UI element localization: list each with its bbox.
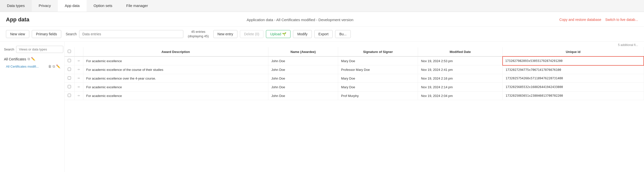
row-signature: Professor Mary Doe [338,65,418,74]
sidebar-section-title: All Certificates ⧉ ✏️ [4,57,60,61]
row-edit-cell[interactable]: ✏ [74,56,83,65]
tab-data-types[interactable]: Data types [0,0,32,12]
row-unique-id: 1732025083651x238046013700702200 [502,91,644,100]
copy-sub-icon[interactable]: ⧉ [52,64,55,69]
row-signature: Mary Doe [338,83,418,91]
row-checkbox[interactable] [68,76,71,80]
primary-fields-button[interactable]: Primary fields [32,30,61,38]
col-header-award: Award Description [83,47,268,56]
row-unique-id: 1732025685532x168826441942433800 [502,83,644,91]
switch-live-link[interactable]: Switch to live datab... [605,18,638,22]
row-name: John Doe [268,56,338,65]
bulk-button[interactable]: Bu... [335,30,351,38]
sidebar-search-row: Search [4,46,60,53]
row-edit-cell[interactable]: ✏ [74,74,83,83]
col-header-checkbox [64,47,74,56]
table-row: ✏ For academic excellence John Doe Mary … [64,56,644,65]
sidebar-search-input[interactable] [16,46,63,53]
sidebar-sub-icons: 🗑 ⧉ ✏️ [48,64,60,69]
row-modified-date: Nov 19, 2024 2:16 pm [418,74,502,83]
table-row: ✏ For academic excellence over the 4-yea… [64,74,644,83]
new-entry-button[interactable]: New entry [213,30,238,38]
row-award: For academic excellence [83,83,268,91]
row-edit-cell[interactable]: ✏ [74,83,83,91]
select-all-checkbox[interactable] [68,50,71,53]
export-button[interactable]: Export [314,30,333,38]
new-view-button[interactable]: New view [6,30,29,38]
row-modified-date: Nov 19, 2024 2:14 pm [418,83,502,91]
top-tabs: Data typesPrivacyApp dataOption setsFile… [0,0,644,12]
row-award: For academic excellence [83,56,268,65]
row-award: For academic excellence of the course of… [83,65,268,74]
data-table: Award Description Name (Awardee) Signatu… [64,47,644,100]
page-header: App data Application data - All Certific… [0,12,644,27]
row-unique-id: 1732027294775x70671417876676100 [502,65,644,74]
row-name: John Doe [268,91,338,100]
upload-button[interactable]: Upload 🌱 [266,30,290,38]
tab-option-sets[interactable]: Option sets [86,0,119,12]
row-modified-date: Nov 19, 2024 2:04 pm [418,91,502,100]
row-edit-cell[interactable]: ✏ [74,65,83,74]
sidebar-search-label: Search [4,48,14,51]
page-title: App data [6,17,41,23]
header-actions: Copy and restore database Switch to live… [560,18,638,22]
sidebar-section-icons: ⧉ ✏️ [28,57,35,61]
page-subtitle: Application data - All Certificates modi… [41,18,560,22]
table-row: ✏ For academic excellence John Doe Mary … [64,83,644,91]
row-name: John Doe [268,83,338,91]
row-checkbox[interactable] [68,59,71,62]
row-name: John Doe [268,74,338,83]
col-header-edit [74,47,83,56]
row-modified-date: Nov 19, 2024 2:53 pm [418,56,502,65]
row-modified-date: Nov 19, 2024 2:41 pm [418,65,502,74]
copy-icon[interactable]: ⧉ [28,57,30,61]
row-checkbox-cell [64,65,74,74]
main-content: Search All Certificates ⧉ ✏️ All Certifi… [0,42,644,172]
row-edit-cell[interactable]: ✏ [74,91,83,100]
col-header-name: Name (Awardee) [268,47,338,56]
edit-sub-icon[interactable]: ✏️ [56,64,60,69]
row-checkbox-cell [64,56,74,65]
toolbar: New view Primary fields Search 45 entrie… [0,27,644,42]
copy-restore-link[interactable]: Copy and restore database [560,18,601,22]
tab-privacy[interactable]: Privacy [32,0,58,12]
table-header-row: Award Description Name (Awardee) Signatu… [64,47,644,56]
row-checkbox[interactable] [68,85,71,88]
search-input[interactable] [79,30,183,38]
additional-fields-note: 5 additional fi... [64,42,644,47]
entries-count: 45 entries (displaying 45) [188,30,209,39]
col-header-uniqueid: Unique id [502,47,644,56]
row-signature: Mary Doe [338,56,418,65]
trash-icon[interactable]: 🗑 [48,64,52,69]
tab-file-manager[interactable]: File manager [119,0,155,12]
edit-section-icon[interactable]: ✏️ [31,57,35,61]
row-unique-id: 1732025754268x571189476220731400 [502,74,644,83]
search-label: Search [66,32,77,36]
tab-app-data[interactable]: App data [58,0,86,12]
row-name: John Doe [268,65,338,74]
row-signature: Prof Murphy [338,91,418,100]
sidebar: Search All Certificates ⧉ ✏️ All Certifi… [0,42,64,172]
table-area: 5 additional fi... Award Description Nam… [64,42,644,172]
row-checkbox-cell [64,91,74,100]
row-signature: Mary Doe [338,74,418,83]
row-checkbox[interactable] [68,68,71,71]
table-row: ✏ For academic excellence of the course … [64,65,644,74]
col-header-signature: Signature of Signer [338,47,418,56]
delete-button[interactable]: Delete (0) [240,30,264,38]
row-award: For academic excellence over the 4-year … [83,74,268,83]
modify-button[interactable]: Modify [293,30,312,38]
table-row: ✏ For academic excellence John Doe Prof … [64,91,644,100]
row-award: For academic excellence [83,91,268,100]
row-unique-id: 1732027982893x530551792874291200 [502,56,644,65]
sidebar-sub-item[interactable]: All Certificates modifi... 🗑 ⧉ ✏️ [4,63,60,70]
row-checkbox-cell [64,74,74,83]
row-checkbox-cell [64,83,74,91]
row-checkbox[interactable] [68,94,71,97]
col-header-modified: Modified Date [418,47,502,56]
